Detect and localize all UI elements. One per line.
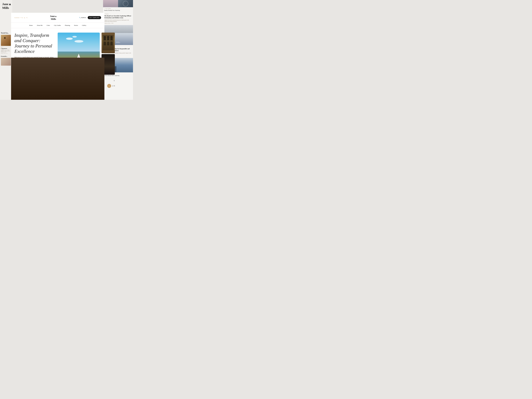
- right-top-images: [103, 0, 133, 7]
- search-button[interactable]: 🔍 SEARCH: [79, 17, 86, 18]
- bg-mountain-icon: ▲: [8, 2, 12, 6]
- header-mountain-icon: ▲: [55, 15, 57, 17]
- nav-cities[interactable]: Cities: [47, 25, 50, 26]
- header-logo: Jane▲Mills: [50, 15, 57, 21]
- asia-category-tag: Asia ↗: [1, 47, 11, 48]
- road-less-traveled-desc: Explore the road less traveled and uncov…: [104, 19, 132, 22]
- buy-template-button[interactable]: BUY TEMPLATE: [88, 16, 101, 19]
- instagram-link[interactable]: Ig.: [24, 17, 25, 18]
- road-less-traveled-date: Update on Dec 1, 2023: [104, 23, 132, 24]
- twitter-link[interactable]: Tw.: [21, 17, 23, 18]
- header: Facebook ↗ Tw. Ig. Yt. Jane▲Mills 🔍 SEAR…: [11, 13, 104, 23]
- background-logo: Jane▲Mills: [2, 2, 12, 10]
- facebook-link[interactable]: Facebook ↗: [14, 17, 20, 18]
- favourite-title: Favourite...: [1, 56, 11, 57]
- nav-city-guides[interactable]: City Guides: [54, 25, 61, 26]
- main-nav: Home About Me Cities City Guides Plannin…: [11, 23, 104, 28]
- gallery-side-images: [101, 32, 115, 75]
- family-friendly-title: Family-Friendly Fun: Exploring: [104, 10, 132, 11]
- hero-section: Inspire, Transform and Conquer: Journey …: [11, 28, 104, 92]
- stories-section: ↗ Stories The Road Less Traveled: Explor…: [103, 12, 133, 25]
- social-links: Facebook ↗ Tw. Ig. Yt.: [14, 17, 28, 18]
- hero-title: Inspire, Transform and Conquer: Journey …: [14, 32, 54, 54]
- dark-landscape-image: [101, 54, 115, 75]
- left-panel: Travel Gu... Asia ↗ Cappadocia Cappadoci…: [0, 31, 12, 67]
- search-icon: 🔍: [79, 17, 81, 18]
- cappadocia-place: Cappadocia: [1, 48, 11, 49]
- hero-gallery: Mount Cook VIEW GALLERY ↗ ‹ › 1 / 3: [58, 32, 115, 89]
- favourite-image: [1, 58, 11, 66]
- purple-sky-image: [103, 0, 118, 7]
- gallery-counter: 1 / 3: [112, 85, 115, 87]
- cappadocia-description: Cappadocia, a me... Turkey, captivate...…: [1, 50, 11, 52]
- nav-planning[interactable]: Planning: [65, 25, 70, 26]
- main-panel: Facebook ↗ Tw. Ig. Yt. Jane▲Mills 🔍 SEAR…: [11, 13, 104, 100]
- porthole-circle: [123, 1, 128, 6]
- cappadocia-image: [1, 35, 11, 46]
- nav-about-me[interactable]: About Me: [37, 25, 43, 26]
- travel-guides-title: Travel Gu...: [1, 32, 11, 34]
- nav-stories[interactable]: Stories: [74, 25, 78, 26]
- road-less-traveled-title: The Road Less Traveled: Exploring Offbea…: [104, 15, 132, 19]
- stories-tag: ↗ Stories: [104, 13, 132, 14]
- city-guides-tag-top: ↗ City Guides: [104, 8, 132, 9]
- youtube-link[interactable]: Yt.: [26, 17, 28, 18]
- nav-gallery[interactable]: Gallery: [82, 25, 86, 26]
- gallery-next-button[interactable]: ›: [107, 84, 111, 88]
- right-city-guides-section: ↗ City Guides Family-Friendly Fun: Explo…: [103, 7, 133, 12]
- next-arrow-icon: ›: [109, 85, 109, 87]
- porthole-image: [118, 0, 133, 7]
- colosseum-image: [101, 32, 115, 53]
- nav-home[interactable]: Home: [29, 25, 33, 26]
- cappadocia-date: Update on Nov 14, 2...: [1, 53, 11, 54]
- header-actions: 🔍 SEARCH BUY TEMPLATE: [79, 16, 101, 19]
